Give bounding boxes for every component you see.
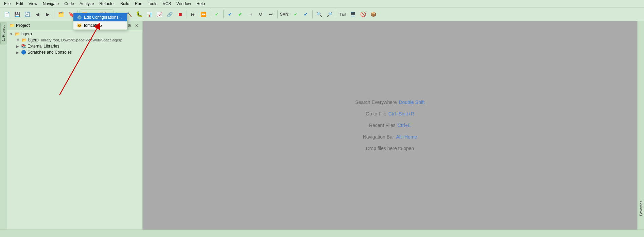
menu-tools[interactable]: Tools [145, 1, 160, 7]
tomcat-config-icon: 🐱 [77, 23, 82, 28]
scratches-consoles-item[interactable]: ▶ 🔵 Scratches and Consoles [7, 49, 142, 55]
menu-window[interactable]: Window [174, 1, 194, 7]
expand-arrow-ext: ▶ [16, 44, 19, 48]
sep1 [54, 10, 54, 18]
update-button[interactable]: ✔ [225, 10, 235, 19]
forward-button[interactable]: ▶ [43, 10, 52, 19]
hint-search-text: Search Everywhere [355, 99, 397, 105]
favorites-sidebar[interactable]: Favorites [637, 21, 644, 230]
profile-button[interactable]: 📈 [155, 10, 164, 19]
svn-check2[interactable]: ✔ [301, 10, 311, 19]
back-button[interactable]: ◀ [33, 10, 42, 19]
save-button[interactable]: 💾 [12, 10, 22, 19]
debug-button[interactable]: 🐛 [135, 10, 144, 19]
main-layout: 1: Project 📁 Project ▼ ⚙ ✕ ▼ 📂 bgerp [0, 21, 644, 230]
sync-button[interactable]: 🔄 [22, 10, 32, 19]
tree-root-item[interactable]: ▼ 📂 bgerp [7, 31, 142, 37]
project-tab-label[interactable]: 1: Project [0, 22, 6, 44]
vcs-extra1[interactable]: ⇒ [246, 10, 255, 19]
project-folder-icon: 📁 [10, 23, 15, 28]
app-container: File Edit View Navigate Code Analyze Ref… [0, 0, 644, 237]
external-libraries-label: External Libraries [28, 44, 59, 49]
hint-drop-text: Drop files here to open [366, 146, 414, 151]
root-label: bgerp [21, 32, 32, 36]
hint-search-shortcut: Double Shift [399, 99, 424, 105]
bgerp-detail: library root, D:\workSpace\ideaWorkSpace… [41, 38, 122, 42]
tail-button[interactable]: Tail [338, 10, 347, 19]
bgerp-label: bgerp [28, 38, 39, 42]
extra-button[interactable]: 📦 [368, 10, 378, 19]
scratch-icon: 🔵 [21, 50, 26, 55]
folder-icon: 📂 [22, 38, 27, 42]
hint-search: Search Everywhere Double Shift [355, 99, 424, 105]
sep4 [210, 10, 210, 18]
run-config-dropdown: ⚙️ Edit Configurations... 🐱 tomcat8.5 [73, 13, 127, 30]
project-panel: 📁 Project ▼ ⚙ ✕ ▼ 📂 bgerp ▼ 📂 [7, 21, 143, 230]
bgerp-library-item[interactable]: ▼ 📂 bgerp library root, D:\workSpace\ide… [7, 37, 142, 43]
menu-edit[interactable]: Edit [13, 1, 26, 7]
menu-help[interactable]: Help [194, 1, 208, 7]
sep5 [223, 10, 224, 18]
library-icon: 📚 [21, 44, 26, 49]
attach-button[interactable]: 🔗 [165, 10, 175, 19]
stop-button[interactable]: ⏹ [175, 10, 185, 19]
menu-refactor[interactable]: Refactor [97, 1, 118, 7]
hint-recent: Recent Files Ctrl+E [369, 123, 411, 128]
hint-goto-text: Go to File [366, 111, 386, 116]
hint-drop: Drop files here to open [366, 146, 414, 151]
collapse-arrow: ▼ [16, 38, 20, 42]
copy-path-button[interactable]: 🗂️ [56, 10, 66, 19]
project-sidebar-tab[interactable]: 1: Project [0, 21, 7, 230]
svn-label: SVN: [280, 12, 290, 17]
menu-view[interactable]: View [26, 1, 40, 7]
sep3 [187, 10, 187, 18]
scratches-label: Scratches and Consoles [28, 50, 72, 55]
coverage-button[interactable]: 📊 [145, 10, 154, 19]
commit-button[interactable]: ✔ [236, 10, 245, 19]
step-button2[interactable]: ⏩ [199, 10, 208, 19]
file-tree: ▼ 📂 bgerp ▼ 📂 bgerp library root, D:\wor… [7, 30, 142, 230]
menu-build[interactable]: Build [118, 1, 132, 7]
menu-run[interactable]: Run [132, 1, 145, 7]
hint-recent-text: Recent Files [369, 123, 396, 128]
gear-icon: ⚙️ [77, 15, 82, 20]
new-file-button[interactable]: 📄 [2, 10, 12, 19]
tomcat-config-item[interactable]: 🐱 tomcat8.5 [73, 21, 127, 30]
menu-file[interactable]: File [1, 1, 13, 7]
menu-analyze[interactable]: Analyze [77, 1, 97, 7]
find-usages-button[interactable]: 🔎 [325, 10, 334, 19]
external-libraries-item[interactable]: ▶ 📚 External Libraries [7, 43, 142, 49]
sep7 [312, 10, 313, 18]
editor-area: Search Everywhere Double Shift Go to Fil… [143, 21, 637, 230]
revert-button[interactable]: ↩ [266, 10, 276, 19]
hint-nav-shortcut: Alt+Home [396, 134, 417, 140]
svn-check1[interactable]: ✓ [291, 10, 300, 19]
search-button[interactable]: 🔍 [314, 10, 324, 19]
hint-nav-text: Navigation Bar [363, 134, 394, 140]
menu-code[interactable]: Code [62, 1, 77, 7]
hint-nav: Navigation Bar Alt+Home [363, 134, 417, 140]
sep6 [277, 10, 278, 18]
coverage-check-button[interactable]: ✓ [212, 10, 222, 19]
expand-arrow-scratch: ▶ [16, 51, 19, 54]
hint-goto-shortcut: Ctrl+Shift+R [388, 111, 414, 116]
sep8 [336, 10, 336, 18]
menu-navigate[interactable]: Navigate [40, 1, 62, 7]
panel-close-icon[interactable]: ✕ [134, 22, 140, 29]
vcs-extra2[interactable]: ↺ [256, 10, 265, 19]
project-icon: 📂 [15, 32, 20, 36]
menu-vcs[interactable]: VCS [160, 1, 174, 7]
panel-controls: ⚙ ✕ [126, 22, 140, 29]
menubar: File Edit View Navigate Code Analyze Ref… [0, 0, 644, 7]
hint-goto: Go to File Ctrl+Shift+R [366, 111, 414, 116]
expand-arrow: ▼ [10, 32, 13, 36]
step-over-button[interactable]: ⏭ [189, 10, 198, 19]
monitor-button[interactable]: 🖥️ [348, 10, 358, 19]
bottom-bar [0, 230, 644, 237]
no-entry-button[interactable]: 🚫 [358, 10, 368, 19]
favorites-label[interactable]: Favorites [639, 201, 643, 216]
edit-configurations-item[interactable]: ⚙️ Edit Configurations... [73, 13, 127, 21]
hint-recent-shortcut: Ctrl+E [398, 123, 411, 128]
